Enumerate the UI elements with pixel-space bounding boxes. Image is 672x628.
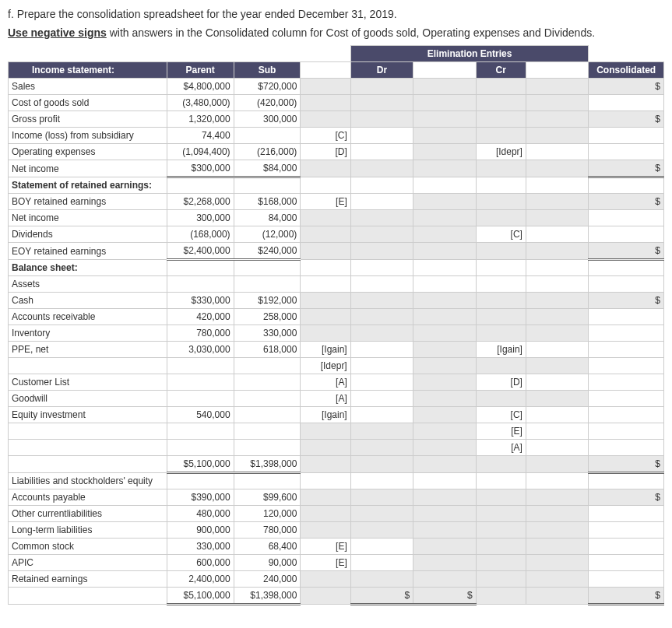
boyre-dr[interactable] <box>350 194 413 210</box>
instruction-line-1: f. Prepare the consolidation spreadsheet… <box>8 8 664 20</box>
header-income: Income statement: <box>9 62 167 79</box>
header-consolidated: Consolidated <box>589 62 664 79</box>
row-assets: Assets <box>9 276 664 293</box>
row-total-assets: $5,100,000 $1,398,000 $ <box>9 456 664 473</box>
row-boyre: BOY retained earnings $2,268,000 $168,00… <box>9 194 664 210</box>
sales-cons[interactable]: $ <box>589 79 664 95</box>
row-inventory: Inventory 780,000 330,000 <box>9 325 664 342</box>
consolidation-table: Elimination Entries Income statement: Pa… <box>8 45 664 605</box>
row-ppe: PPE, net 3,030,000 618,000 [Igain] [Igai… <box>9 342 664 358</box>
row-opex: Operating expenses (1,094,400) (216,000)… <box>9 144 664 160</box>
row-income-sub: Income (loss) from subsidiary 74,400 [C] <box>9 128 664 144</box>
ppe-cons[interactable] <box>589 342 664 358</box>
row-sre-header: Statement of retained earnings: <box>9 177 664 194</box>
netinc2-cons[interactable] <box>589 210 664 226</box>
row-dividends: Dividends (168,000) (12,000) [C] <box>9 226 664 243</box>
boyre-cons[interactable]: $ <box>589 194 664 210</box>
row-ltl: Long-term liabilities 900,000 780,000 <box>9 522 664 539</box>
row-equity-inv: Equity investment 540,000 [Igain] [C] <box>9 407 664 423</box>
row-total-liab: $5,100,000 $1,398,000 $ $ $ <box>9 588 664 605</box>
eoyre-cons[interactable]: $ <box>589 243 664 260</box>
row-customer-list: Customer List [A] [D] <box>9 374 664 391</box>
cs-cons[interactable] <box>589 539 664 555</box>
tot2-cr[interactable]: $ <box>413 588 476 605</box>
ocl-cons[interactable] <box>589 506 664 522</box>
inv-cons[interactable] <box>589 325 664 342</box>
incsub-dr[interactable] <box>350 128 413 144</box>
apic-dr[interactable] <box>350 555 413 571</box>
div-cons[interactable] <box>589 226 664 243</box>
row-liab-header: Liabilities and stockholders' equity <box>9 473 664 489</box>
header-sub: Sub <box>234 62 301 79</box>
div-cr[interactable] <box>526 226 588 243</box>
gw-cons[interactable] <box>589 391 664 407</box>
tot2-dr[interactable]: $ <box>350 588 413 605</box>
row-common-stock: Common stock 330,000 68,400 [E] <box>9 539 664 555</box>
row-ppe2: [Idepr] <box>9 358 664 374</box>
row-cash: Cash $330,000 $192,000 $ <box>9 293 664 309</box>
row-retained-earnings: Retained earnings 2,400,000 240,000 <box>9 571 664 588</box>
cust-cons[interactable] <box>589 374 664 391</box>
cash-cons[interactable]: $ <box>589 293 664 309</box>
eqinv2-cr[interactable] <box>526 423 588 440</box>
re-cons[interactable] <box>589 571 664 588</box>
eqinv-cons[interactable] <box>589 407 664 423</box>
apic-cons[interactable] <box>589 555 664 571</box>
ppe2-dr[interactable] <box>350 358 413 374</box>
row-equity-inv3: [A] <box>9 440 664 456</box>
eqinv-dr[interactable] <box>350 407 413 423</box>
row-bs-header: Balance sheet: <box>9 260 664 276</box>
row-equity-inv2: [E] <box>9 423 664 440</box>
eqinv-cr[interactable] <box>526 407 588 423</box>
tot1-cons[interactable]: $ <box>589 456 664 473</box>
incsub-cons[interactable] <box>589 128 664 144</box>
row-netinc2: Net income 300,000 84,000 <box>9 210 664 226</box>
opex-cons[interactable] <box>589 144 664 160</box>
row-eoyre: EOY retained earnings $2,400,000 $240,00… <box>9 243 664 260</box>
row-sales: Sales $4,800,000 $720,000 $ <box>9 79 664 95</box>
header-dr: Dr <box>350 62 413 79</box>
tot2-cons[interactable]: $ <box>589 588 664 605</box>
row-ap: Accounts payable $390,000 $99,600 $ <box>9 489 664 506</box>
ppe-cr[interactable] <box>526 342 588 358</box>
gw-dr[interactable] <box>350 391 413 407</box>
opex-dr[interactable] <box>350 144 413 160</box>
underline-text: Use negative signs <box>8 26 107 39</box>
row-ocl: Other currentliabilities 480,000 120,000 <box>9 506 664 522</box>
row-goodwill: Goodwill [A] <box>9 391 664 407</box>
gross-cons[interactable]: $ <box>589 111 664 128</box>
cust-dr[interactable] <box>350 374 413 391</box>
row-netincome: Net income $300,000 $84,000 $ <box>9 160 664 177</box>
instruction-line-2: Use negative signs with answers in the C… <box>8 26 664 39</box>
ar-cons[interactable] <box>589 309 664 325</box>
cogs-cons[interactable] <box>589 95 664 111</box>
row-gross: Gross profit 1,320,000 300,000 $ <box>9 111 664 128</box>
row-cogs: Cost of goods sold (3,480,000) (420,000) <box>9 95 664 111</box>
header-cr: Cr <box>476 62 526 79</box>
opex-cr[interactable] <box>526 144 588 160</box>
elim-header: Elimination Entries <box>350 46 589 62</box>
eqinv3-cr[interactable] <box>526 440 588 456</box>
row-ar: Accounts receivable 420,000 258,000 <box>9 309 664 325</box>
netinc-cons[interactable]: $ <box>589 160 664 177</box>
header-parent: Parent <box>167 62 234 79</box>
ppe-dr[interactable] <box>350 342 413 358</box>
row-apic: APIC 600,000 90,000 [E] <box>9 555 664 571</box>
cust-cr[interactable] <box>526 374 588 391</box>
cs-dr[interactable] <box>350 539 413 555</box>
ap-cons[interactable]: $ <box>589 489 664 506</box>
ltl-cons[interactable] <box>589 522 664 539</box>
